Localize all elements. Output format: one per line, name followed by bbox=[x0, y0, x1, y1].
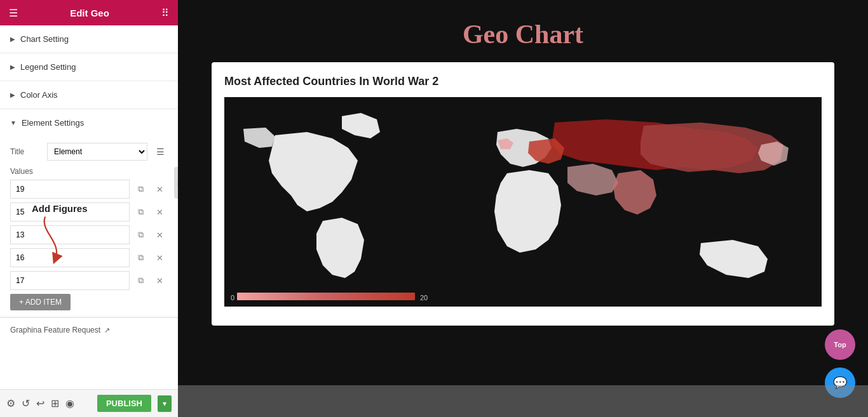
copy-btn-0[interactable]: ⧉ bbox=[132, 181, 149, 197]
color-axis-label: Color Axis bbox=[20, 90, 58, 100]
color-axis-arrow: ▶ bbox=[10, 91, 15, 98]
element-settings-body: Title Element ☰ Values ⧉ ✕ ⧉ bbox=[0, 136, 178, 317]
value-input-3[interactable] bbox=[10, 248, 130, 267]
color-axis-header[interactable]: ▶ Color Axis bbox=[0, 81, 178, 109]
menu-icon[interactable]: ☰ bbox=[9, 7, 18, 19]
chart-container: Most Affected Countries In World War 2 bbox=[212, 62, 834, 326]
sidebar: ☰ Edit Geo ⠿ ▶ Chart Setting ▶ Legend Se… bbox=[0, 0, 178, 417]
value-row-3: ⧉ ✕ bbox=[10, 248, 168, 267]
sidebar-title: Edit Geo bbox=[70, 8, 109, 18]
value-input-0[interactable] bbox=[10, 180, 130, 199]
value-row-2: ⧉ ✕ bbox=[10, 225, 168, 244]
element-settings-label: Element Settings bbox=[22, 118, 84, 128]
title-field-row: Title Element ☰ bbox=[10, 143, 168, 161]
element-settings-header[interactable]: ▼ Element Settings bbox=[0, 109, 178, 136]
value-input-2[interactable] bbox=[10, 225, 130, 244]
chart-title: Geo Chart bbox=[463, 19, 583, 50]
values-label: Values bbox=[10, 167, 168, 176]
legend-setting-label: Legend Setting bbox=[20, 62, 76, 72]
publish-arrow-button[interactable]: ▾ bbox=[158, 395, 172, 412]
sidebar-footer: Graphina Feature Request ↗ bbox=[0, 317, 178, 342]
svg-text:0: 0 bbox=[231, 294, 234, 301]
delete-btn-2[interactable]: ✕ bbox=[151, 227, 168, 243]
legend-setting-header[interactable]: ▶ Legend Setting bbox=[0, 53, 178, 81]
undo-icon[interactable]: ↩ bbox=[36, 397, 44, 409]
accordion-chart-setting: ▶ Chart Setting bbox=[0, 25, 178, 53]
title-list-icon[interactable]: ☰ bbox=[153, 144, 168, 159]
copy-btn-4[interactable]: ⧉ bbox=[132, 272, 149, 289]
delete-btn-3[interactable]: ✕ bbox=[151, 249, 168, 266]
chart-setting-header[interactable]: ▶ Chart Setting bbox=[0, 25, 178, 53]
svg-text:20: 20 bbox=[420, 294, 428, 301]
value-input-1[interactable] bbox=[10, 202, 130, 222]
sidebar-header: ☰ Edit Geo ⠿ bbox=[0, 0, 178, 25]
delete-btn-1[interactable]: ✕ bbox=[151, 204, 168, 220]
accordion-legend-setting: ▶ Legend Setting bbox=[0, 53, 178, 81]
refresh-icon[interactable]: ↺ bbox=[22, 397, 30, 409]
copy-page-icon[interactable]: ⊞ bbox=[51, 397, 59, 409]
chart-setting-arrow: ▶ bbox=[10, 36, 15, 43]
copy-btn-2[interactable]: ⧉ bbox=[132, 227, 149, 243]
accordion-color-axis: ▶ Color Axis bbox=[0, 81, 178, 109]
top-button[interactable]: Top bbox=[825, 329, 855, 360]
title-select[interactable]: Element bbox=[47, 143, 147, 161]
svg-rect-1 bbox=[237, 293, 415, 300]
main-content: Geo Chart Most Affected Countries In Wor… bbox=[178, 0, 868, 417]
value-row-1: ⧉ ✕ bbox=[10, 202, 168, 222]
value-input-4[interactable] bbox=[10, 271, 130, 290]
accordion-element-settings: ▼ Element Settings Title Element ☰ Value… bbox=[0, 109, 178, 317]
title-field-label: Title bbox=[10, 147, 42, 156]
copy-btn-1[interactable]: ⧉ bbox=[132, 204, 149, 220]
sidebar-content: ▶ Chart Setting ▶ Legend Setting ▶ Color… bbox=[0, 25, 178, 417]
bottom-gray-bar bbox=[178, 385, 868, 417]
copy-btn-3[interactable]: ⧉ bbox=[132, 249, 149, 266]
delete-btn-4[interactable]: ✕ bbox=[151, 272, 168, 289]
bottom-bar: ⚙ ↺ ↩ ⊞ ◉ PUBLISH ▾ bbox=[0, 389, 178, 417]
eye-icon[interactable]: ◉ bbox=[65, 397, 74, 409]
value-row-0: ⧉ ✕ bbox=[10, 180, 168, 199]
footer-link[interactable]: Graphina Feature Request bbox=[10, 326, 100, 334]
grid-icon[interactable]: ⠿ bbox=[161, 7, 169, 19]
element-settings-arrow: ▼ bbox=[10, 119, 17, 126]
settings-icon[interactable]: ⚙ bbox=[6, 397, 15, 409]
map-area: 0 20 bbox=[224, 97, 822, 307]
chart-subtitle: Most Affected Countries In World War 2 bbox=[224, 75, 822, 88]
chart-setting-label: Chart Setting bbox=[20, 34, 69, 44]
delete-btn-0[interactable]: ✕ bbox=[151, 181, 168, 197]
world-map: 0 20 bbox=[224, 97, 822, 307]
add-item-button[interactable]: + ADD ITEM bbox=[10, 294, 71, 310]
legend-setting-arrow: ▶ bbox=[10, 63, 15, 70]
external-link-icon: ↗ bbox=[104, 326, 110, 334]
value-row-4: ⧉ ✕ bbox=[10, 271, 168, 290]
publish-button[interactable]: PUBLISH bbox=[97, 395, 151, 412]
